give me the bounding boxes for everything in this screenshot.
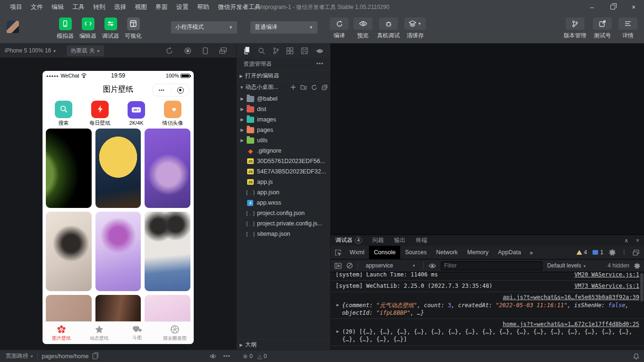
- save-icon[interactable]: [301, 47, 308, 54]
- project-section[interactable]: ▼ 动态小桌面...: [237, 81, 330, 93]
- files-icon[interactable]: [243, 47, 250, 54]
- quick-couple-avatar[interactable]: ♥♥ 情侣头像: [159, 101, 187, 127]
- wallpaper-thumbnail[interactable]: [145, 295, 190, 321]
- sidebar-toggle-icon[interactable]: [335, 263, 342, 269]
- clear-console-icon[interactable]: [346, 262, 353, 269]
- tab-sources[interactable]: Sources: [400, 246, 431, 259]
- notification-bell-icon[interactable]: [633, 353, 639, 360]
- menu-project[interactable]: 项目: [6, 3, 26, 11]
- menu-edit[interactable]: 编辑: [47, 3, 68, 11]
- menu-settings[interactable]: 设置: [172, 3, 193, 11]
- new-file-icon[interactable]: [291, 85, 296, 90]
- array-preview[interactable]: ▶(20) [{…}, {…}, {…}, {…}, {…}, {…}, {…}…: [335, 328, 639, 343]
- wallpaper-thumbnail[interactable]: [95, 295, 141, 321]
- device-debug-button[interactable]: 真机调试: [377, 17, 400, 40]
- log-levels-select[interactable]: Default levels ▼: [547, 262, 586, 269]
- filter-input[interactable]: [441, 261, 542, 270]
- collapse-panel-icon[interactable]: ∧: [624, 237, 628, 244]
- object-preview[interactable]: ▶{comment: "元气动态壁纸", count: 3, createdAt…: [335, 302, 639, 317]
- wallpaper-thumbnail[interactable]: [46, 295, 92, 321]
- page-path-select[interactable]: 页面路径 ▼: [6, 352, 34, 360]
- tab-image-wallpaper[interactable]: 图片壁纸: [43, 325, 80, 342]
- source-link[interactable]: VM20 WAService.js:1: [575, 272, 639, 278]
- copy-icon[interactable]: [93, 353, 97, 359]
- menu-devtools[interactable]: 微信开发者工具: [214, 3, 265, 11]
- wallpaper-thumbnail[interactable]: [145, 212, 190, 291]
- device-select[interactable]: iPhone 5 100% 16 ▼: [5, 47, 56, 54]
- more-button[interactable]: •••: [153, 88, 171, 93]
- blocks-icon[interactable]: [286, 47, 293, 54]
- menu-file[interactable]: 文件: [26, 3, 47, 11]
- new-folder-icon[interactable]: [301, 85, 307, 90]
- tab-output[interactable]: 输出: [394, 236, 405, 244]
- git-branch-icon[interactable]: [273, 47, 279, 54]
- record-icon[interactable]: [184, 47, 191, 54]
- menu-view[interactable]: 视图: [130, 3, 151, 11]
- compile-button[interactable]: 编译: [330, 17, 349, 40]
- menu-interface[interactable]: 界面: [151, 3, 172, 11]
- restore-button[interactable]: [602, 0, 623, 14]
- eye-icon[interactable]: [209, 354, 216, 359]
- file-sitemap[interactable]: {﹒}sitemap.json: [237, 229, 330, 239]
- hot-reload-toggle[interactable]: 热重载 关 ▼: [67, 45, 104, 56]
- wallpaper-thumbnail[interactable]: [95, 212, 141, 291]
- mode-select[interactable]: 小程序模式 ▼: [171, 21, 237, 34]
- tab-live-wallpaper[interactable]: 动态壁纸: [80, 325, 118, 342]
- wallpaper-thumbnail[interactable]: [46, 212, 92, 291]
- details-button[interactable]: 详情: [618, 17, 637, 40]
- kebab-menu-icon[interactable]: ⋮: [621, 249, 627, 256]
- search-icon[interactable]: [258, 47, 265, 54]
- file-app-wxss[interactable]: 3app.wxss: [237, 198, 330, 208]
- collapse-all-icon[interactable]: [322, 85, 327, 90]
- console-scrollbar[interactable]: [640, 273, 644, 302]
- menu-tools[interactable]: 工具: [68, 3, 89, 11]
- file-hash2[interactable]: JS54E7A3B5D2023EDF32...: [237, 166, 330, 177]
- dock-side-icon[interactable]: [633, 250, 639, 256]
- visual-toggle[interactable]: 可视化: [122, 17, 145, 40]
- editor-toggle[interactable]: 编辑器: [77, 17, 99, 40]
- warning-counter[interactable]: 4: [576, 249, 587, 256]
- menu-select[interactable]: 选择: [110, 3, 130, 11]
- problems-summary[interactable]: ⊗ 0 △ 0: [236, 353, 331, 360]
- outline-section[interactable]: ▶ 大纲: [237, 339, 330, 350]
- cloud-dev-icon[interactable]: [316, 48, 324, 54]
- tab-problems[interactable]: 问题: [372, 236, 384, 244]
- quick-2k4k[interactable]: 2K+ 2K/4K: [122, 101, 151, 126]
- source-link[interactable]: home.js?t=wechat&s=1…672c1e17ff4d8bd0:25: [503, 321, 639, 328]
- minimize-capsule-button[interactable]: [172, 87, 190, 94]
- tab-console[interactable]: Console: [369, 246, 400, 259]
- more-actions-button[interactable]: •••: [223, 353, 231, 360]
- tab-moments-set[interactable]: 朋友圈套图: [156, 325, 194, 342]
- tab-terminal[interactable]: 终端: [416, 236, 427, 244]
- context-select[interactable]: appservice▼: [363, 262, 419, 269]
- more-tabs-button[interactable]: »: [526, 249, 537, 256]
- folder-pages[interactable]: ▶pages: [237, 125, 330, 135]
- settings-gear-icon[interactable]: [609, 249, 616, 256]
- menu-goto[interactable]: 转到: [89, 3, 110, 11]
- tab-wxml[interactable]: Wxml: [345, 246, 369, 259]
- folder-babel[interactable]: ▶@babel: [237, 94, 330, 104]
- version-manage-button[interactable]: 版本管理: [564, 17, 586, 40]
- console-prompt[interactable]: ›: [331, 346, 644, 350]
- inspect-element-icon[interactable]: [331, 249, 345, 256]
- user-avatar[interactable]: [7, 21, 19, 33]
- live-expression-eye-icon[interactable]: [429, 263, 436, 268]
- file-gitignore[interactable]: ◆.gitignore: [237, 146, 330, 156]
- file-project-private-config[interactable]: {﹒}project.private.config.js...: [237, 218, 330, 229]
- tab-appdata[interactable]: AppData: [493, 246, 526, 259]
- close-panel-icon[interactable]: ×: [636, 237, 639, 244]
- rotate-icon[interactable]: [166, 47, 173, 54]
- more-actions-button[interactable]: •••: [316, 60, 324, 67]
- refresh-icon[interactable]: [311, 85, 317, 90]
- folder-dist[interactable]: ▶dist: [237, 104, 330, 114]
- tab-debugger[interactable]: 调试器4: [335, 236, 362, 244]
- file-project-config[interactable]: {﹒}project.config.json: [237, 208, 330, 218]
- wallpaper-thumbnail[interactable]: [46, 129, 92, 208]
- debugger-toggle[interactable]: 调试器: [99, 17, 122, 40]
- expand-arrow-icon[interactable]: ▶: [336, 302, 339, 308]
- clear-cache-button[interactable]: ▼ 清缓存: [404, 17, 426, 40]
- portrait-icon[interactable]: [203, 47, 208, 54]
- quick-daily-wallpaper[interactable]: 每日壁纸: [86, 101, 114, 127]
- cascade-windows-icon[interactable]: [219, 47, 227, 54]
- preview-button[interactable]: 预览: [353, 17, 372, 40]
